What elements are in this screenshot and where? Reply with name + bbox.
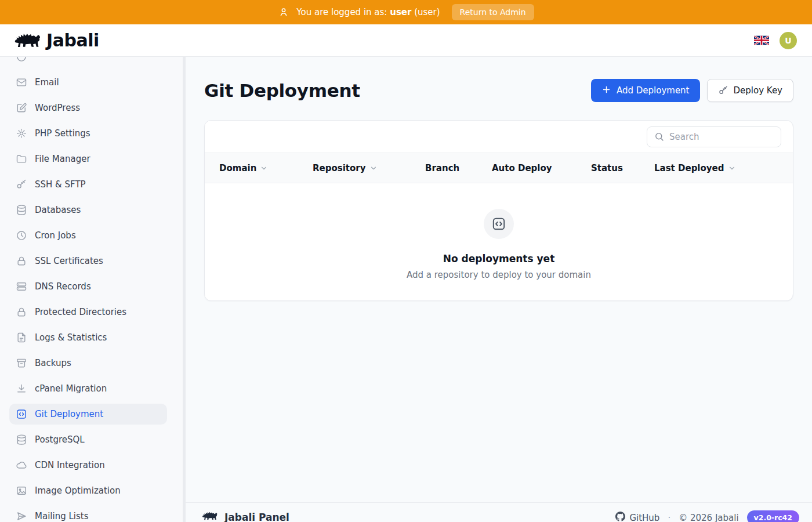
sidebar-item-cron-jobs[interactable]: Cron Jobs [9, 225, 167, 246]
lock-icon [16, 306, 27, 318]
sidebar-item-git-deployment[interactable]: Git Deployment [9, 404, 167, 425]
deployments-card: DomainRepositoryBranchAuto DeployStatusL… [204, 120, 793, 301]
table-header-row: DomainRepositoryBranchAuto DeployStatusL… [205, 153, 793, 183]
sidebar-item-image-optimization[interactable]: Image Optimization [9, 480, 167, 501]
sidebar-item-wordpress[interactable]: WordPress [9, 97, 167, 118]
sidebar-item-hidden-partial [9, 57, 167, 67]
column-label: Branch [425, 163, 459, 173]
sidebar-item-label: Logs & Statistics [35, 332, 107, 343]
code-square-icon [484, 209, 514, 239]
column-label: Domain [219, 163, 256, 173]
key-icon [718, 85, 728, 96]
sidebar-item-postgresql[interactable]: PostgreSQL [9, 429, 167, 450]
sidebar-item-ssh-sftp[interactable]: SSH & SFTP [9, 174, 167, 195]
brand-logo[interactable]: Jabali [14, 30, 99, 50]
sidebar-item-label: Git Deployment [35, 409, 103, 419]
empty-state-title: No deployments yet [205, 253, 793, 264]
sidebar-item-protected-directories[interactable]: Protected Directories [9, 302, 167, 322]
sidebar-item-label: Cron Jobs [35, 230, 76, 241]
footer-separator: · [668, 513, 670, 522]
app-header: Jabali U [0, 24, 812, 57]
sidebar-item-label: PHP Settings [35, 128, 90, 139]
login-role: (user) [414, 7, 440, 17]
circle-icon [16, 57, 27, 63]
server-icon [16, 281, 27, 292]
search-box[interactable] [647, 126, 781, 147]
send-icon [16, 510, 27, 522]
sidebar-item-label: WordPress [35, 103, 80, 113]
sidebar-item-cdn-integration[interactable]: CDN Integration [9, 455, 167, 476]
sidebar-item-label: Databases [35, 205, 81, 215]
empty-state: No deployments yet Add a repository to d… [205, 183, 793, 300]
mail-icon [16, 77, 27, 88]
column-header-last-deployed[interactable]: Last Deployed [654, 163, 793, 173]
footer-copyright: © 2026 Jabali [679, 513, 738, 522]
version-badge: v2.0-rc42 [747, 510, 799, 522]
database-icon [16, 204, 27, 216]
clock-icon [16, 230, 27, 241]
sidebar-item-label: DNS Records [35, 281, 91, 292]
sidebar-item-label: SSH & SFTP [35, 179, 86, 190]
plus-icon [601, 85, 611, 97]
main-content: Git Deployment Add Deployment Deploy Key [186, 57, 812, 522]
code-square-icon [16, 408, 27, 420]
sidebar-item-dns-records[interactable]: DNS Records [9, 276, 167, 297]
page-footer: Jabali Panel GitHub · © 2026 Jabali v2.0… [186, 502, 812, 522]
column-label: Status [591, 163, 623, 173]
column-header-repository[interactable]: Repository [313, 163, 425, 173]
person-icon [278, 6, 289, 18]
sidebar-item-backups[interactable]: Backups [9, 353, 167, 374]
empty-state-subtitle: Add a repository to deploy to your domai… [205, 270, 793, 280]
sidebar-item-logs-statistics[interactable]: Logs & Statistics [9, 327, 167, 348]
user-avatar[interactable]: U [780, 32, 797, 49]
database-icon [16, 434, 27, 445]
column-header-domain[interactable]: Domain [219, 163, 313, 173]
add-deployment-button[interactable]: Add Deployment [591, 79, 700, 102]
sidebar-item-cpanel-migration[interactable]: cPanel Migration [9, 378, 167, 399]
column-header-status: Status [591, 163, 654, 173]
return-to-admin-button[interactable]: Return to Admin [452, 4, 534, 20]
boar-logo-icon [202, 510, 217, 522]
chevron-down-icon [260, 164, 268, 172]
gear-icon [16, 128, 27, 139]
column-header-auto-deploy: Auto Deploy [492, 163, 591, 173]
search-icon [654, 132, 664, 142]
boar-logo-icon [14, 31, 41, 50]
sidebar-item-label: PostgreSQL [35, 434, 85, 445]
sidebar-item-email[interactable]: Email [9, 72, 167, 93]
uk-flag-icon[interactable] [754, 35, 769, 45]
chevron-down-icon [728, 164, 736, 172]
sidebar-item-label: CDN Integration [35, 460, 105, 470]
brand-name: Jabali [46, 30, 99, 50]
sidebar-item-ssl-certificates[interactable]: SSL Certificates [9, 251, 167, 271]
sidebar-item-label: Image Optimization [35, 485, 121, 496]
sidebar-nav: EmailWordPressPHP SettingsFile ManagerSS… [0, 57, 186, 522]
sidebar-item-databases[interactable]: Databases [9, 200, 167, 220]
pen-square-icon [16, 102, 27, 114]
admin-banner: You are logged in as: user (user) Return… [0, 0, 812, 24]
sidebar-item-php-settings[interactable]: PHP Settings [9, 123, 167, 144]
page-title: Git Deployment [204, 80, 360, 101]
sidebar-item-label: Backups [35, 358, 71, 368]
sidebar-item-label: Email [35, 77, 59, 88]
deploy-key-button[interactable]: Deploy Key [707, 79, 794, 102]
column-label: Last Deployed [654, 163, 724, 173]
file-text-icon [16, 332, 27, 343]
sidebar-item-file-manager[interactable]: File Manager [9, 148, 167, 169]
github-icon [615, 512, 625, 522]
image-icon [16, 485, 27, 496]
column-label: Auto Deploy [492, 163, 552, 173]
download-icon [16, 383, 27, 394]
key-icon [16, 179, 27, 190]
sidebar-item-label: Protected Directories [35, 307, 126, 317]
search-input[interactable] [669, 132, 774, 142]
cloud-icon [16, 459, 27, 471]
sidebar-item-label: SSL Certificates [35, 256, 103, 266]
login-message: You are logged in as: user (user) [296, 7, 440, 17]
lock-icon [16, 255, 27, 267]
sidebar-item-label: cPanel Migration [35, 383, 107, 394]
sidebar-item-mailing-lists[interactable]: Mailing Lists [9, 506, 167, 522]
column-label: Repository [313, 163, 366, 173]
folder-icon [16, 153, 27, 165]
github-link[interactable]: GitHub [615, 512, 659, 522]
